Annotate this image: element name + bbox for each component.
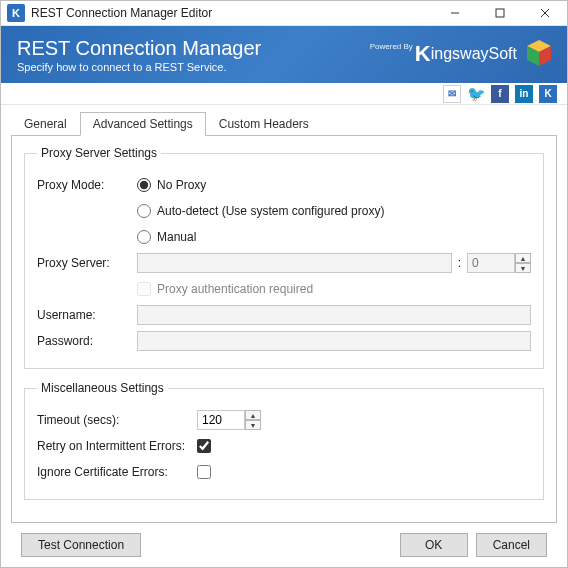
maximize-button[interactable] (477, 1, 522, 25)
tab-advanced-settings[interactable]: Advanced Settings (80, 112, 206, 136)
misc-legend: Miscellaneous Settings (37, 381, 168, 395)
proxy-mode-no-proxy[interactable]: No Proxy (137, 178, 206, 192)
radio-manual[interactable] (137, 230, 151, 244)
svg-rect-1 (496, 9, 504, 17)
linkedin-icon[interactable]: in (515, 85, 533, 103)
proxy-server-input[interactable] (137, 253, 452, 273)
proxy-auth-checkbox (137, 282, 151, 296)
banner-subtitle: Specify how to connect to a REST Service… (17, 61, 261, 73)
close-button[interactable] (522, 1, 567, 25)
proxy-port-input[interactable] (467, 253, 515, 273)
cancel-button[interactable]: Cancel (476, 533, 547, 557)
banner: REST Connection Manager Specify how to c… (1, 26, 567, 83)
minimize-button[interactable] (432, 1, 477, 25)
kingswaysoft-icon[interactable]: K (539, 85, 557, 103)
proxy-server-settings-group: Proxy Server Settings Proxy Mode: No Pro… (24, 146, 544, 369)
username-label: Username: (37, 308, 137, 322)
chevron-down-icon[interactable]: ▼ (245, 420, 261, 430)
chevron-down-icon[interactable]: ▼ (515, 263, 531, 273)
timeout-label: Timeout (secs): (37, 413, 197, 427)
content-area: General Advanced Settings Custom Headers… (1, 105, 567, 567)
password-label: Password: (37, 334, 137, 348)
miscellaneous-settings-group: Miscellaneous Settings Timeout (secs): ▲… (24, 381, 544, 500)
radio-auto-detect[interactable] (137, 204, 151, 218)
app-icon: K (7, 4, 25, 22)
ignore-cert-label: Ignore Certificate Errors: (37, 465, 197, 479)
tab-general[interactable]: General (11, 112, 80, 136)
twitter-icon[interactable]: 🐦 (467, 85, 485, 103)
test-connection-button[interactable]: Test Connection (21, 533, 141, 557)
proxy-auth-checkbox-row: Proxy authentication required (137, 282, 313, 296)
window-buttons (432, 1, 567, 25)
chevron-up-icon[interactable]: ▲ (515, 253, 531, 263)
retry-checkbox[interactable] (197, 439, 211, 453)
proxy-port-stepper[interactable]: ▲▼ (467, 253, 531, 273)
ok-button[interactable]: OK (400, 533, 468, 557)
mail-icon[interactable]: ✉ (443, 85, 461, 103)
window: K REST Connection Manager Editor REST Co… (0, 0, 568, 568)
tab-strip: General Advanced Settings Custom Headers (11, 112, 557, 136)
password-input[interactable] (137, 331, 531, 351)
chevron-up-icon[interactable]: ▲ (245, 410, 261, 420)
product-cube-icon (523, 38, 555, 70)
proxy-mode-auto-detect[interactable]: Auto-detect (Use system configured proxy… (137, 204, 384, 218)
radio-no-proxy[interactable] (137, 178, 151, 192)
brand-logo: Powered By KingswaySoft (370, 41, 517, 67)
tab-panel: Proxy Server Settings Proxy Mode: No Pro… (11, 135, 557, 523)
banner-heading: REST Connection Manager (17, 37, 261, 59)
tab-custom-headers[interactable]: Custom Headers (206, 112, 322, 136)
ignore-cert-checkbox[interactable] (197, 465, 211, 479)
retry-label: Retry on Intermittent Errors: (37, 439, 197, 453)
timeout-input[interactable] (197, 410, 245, 430)
proxy-mode-label: Proxy Mode: (37, 178, 137, 192)
footer: Test Connection OK Cancel (11, 523, 557, 567)
proxy-mode-manual[interactable]: Manual (137, 230, 196, 244)
window-title: REST Connection Manager Editor (31, 6, 432, 20)
social-bar: ✉ 🐦 f in K (1, 83, 567, 105)
username-input[interactable] (137, 305, 531, 325)
proxy-server-label: Proxy Server: (37, 256, 137, 270)
facebook-icon[interactable]: f (491, 85, 509, 103)
proxy-legend: Proxy Server Settings (37, 146, 161, 160)
timeout-stepper[interactable]: ▲▼ (197, 410, 261, 430)
titlebar: K REST Connection Manager Editor (1, 1, 567, 26)
